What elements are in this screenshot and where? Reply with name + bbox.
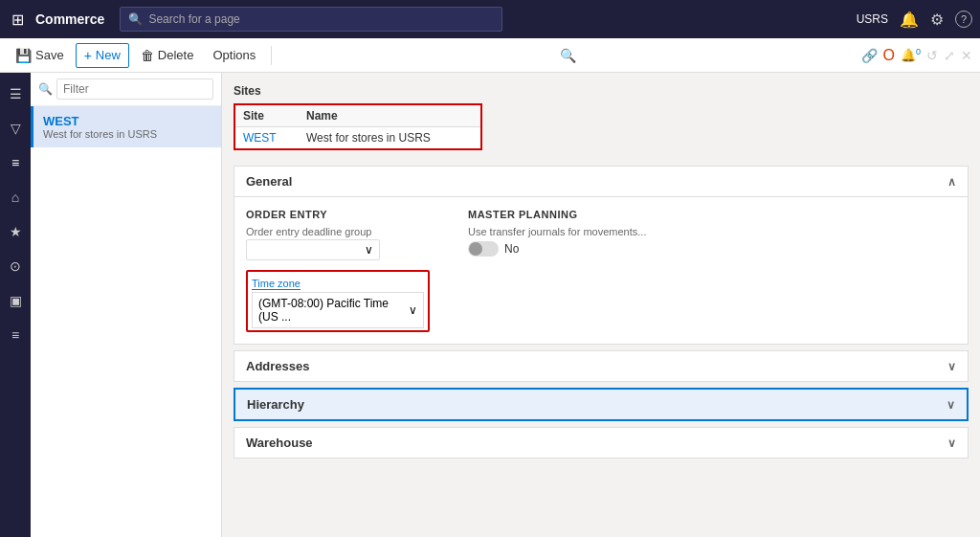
sidebar-icon-clock[interactable]: ⊙: [2, 253, 29, 280]
warehouse-section: Warehouse ∨: [234, 427, 969, 459]
sidebar-icon-grid[interactable]: ▣: [2, 287, 29, 314]
toggle-knob: [469, 242, 482, 256]
hierarchy-section-header[interactable]: Hierarchy ∨: [235, 390, 967, 419]
sidebar-icon-menu[interactable]: ☰: [2, 80, 29, 107]
deadline-dropdown[interactable]: ∨: [246, 239, 380, 260]
filter-icon: 🔍: [38, 82, 53, 96]
help-icon[interactable]: ?: [955, 11, 972, 28]
sites-section-label: Sites: [234, 84, 969, 98]
hierarchy-chevron-down-icon: ∨: [947, 398, 955, 412]
list-item-subtitle: West for stores in USRS: [43, 128, 212, 140]
addresses-section-header[interactable]: Addresses ∨: [234, 351, 968, 381]
toolbar: 💾 Save + New 🗑 Delete Options 🔍 🔗 O 🔔0 ↺…: [0, 38, 980, 73]
addresses-title: Addresses: [246, 359, 309, 373]
sidebar-icon-filter[interactable]: ▽: [2, 115, 29, 142]
transfer-label: Use transfer journals for movements...: [468, 226, 646, 237]
cell-name: West for stores in USRS: [299, 127, 480, 149]
hierarchy-section: Hierarchy ∨: [234, 388, 969, 421]
transfer-toggle-wrapper: No: [468, 241, 646, 257]
grid-icon[interactable]: ⊞: [8, 7, 28, 33]
content-area: Sites Site Name WEST West for stores in …: [222, 73, 980, 537]
sites-table: Site Name WEST West for stores in USRS: [235, 105, 480, 148]
app-title: Commerce: [35, 11, 104, 27]
list-item-title: WEST: [43, 114, 212, 128]
col-name: Name: [299, 105, 480, 127]
close-icon[interactable]: ✕: [961, 48, 972, 63]
sidebar-icon-list[interactable]: ≡: [2, 149, 29, 176]
sidebar-icon-home[interactable]: ⌂: [2, 184, 29, 211]
user-label: USRS: [857, 12, 888, 26]
deadline-label: Order entry deadline group: [246, 226, 430, 237]
order-entry-subsection: ORDER ENTRY Order entry deadline group ∨…: [246, 209, 430, 332]
col-site: Site: [235, 105, 299, 127]
master-planning-subsection: MASTER PLANNING Use transfer journals fo…: [468, 209, 646, 332]
general-section-title: General: [246, 174, 292, 189]
plus-icon: +: [84, 48, 92, 63]
warehouse-chevron-down-icon: ∨: [947, 436, 956, 450]
notification-count[interactable]: 🔔0: [901, 47, 921, 62]
list-panel: 🔍 WEST West for stores in USRS: [31, 73, 222, 537]
timezone-chevron-icon: ∨: [409, 303, 417, 317]
delete-button[interactable]: 🗑 Delete: [133, 44, 202, 67]
list-item[interactable]: WEST West for stores in USRS: [31, 106, 221, 147]
sidebar-icon-lines[interactable]: ≡: [2, 322, 29, 348]
general-section-content: ORDER ENTRY Order entry deadline group ∨…: [234, 197, 968, 344]
warehouse-section-header[interactable]: Warehouse ∨: [234, 428, 968, 458]
toggle-state-label: No: [504, 242, 519, 256]
save-icon: 💾: [15, 48, 32, 63]
timezone-wrapper: Time zone (GMT-08:00) Pacific Time (US .…: [246, 270, 430, 332]
link-icon[interactable]: 🔗: [861, 48, 878, 63]
refresh-icon[interactable]: ↺: [926, 48, 938, 63]
toolbar-search-icon[interactable]: 🔍: [560, 48, 576, 63]
transfer-toggle[interactable]: [468, 241, 499, 257]
hierarchy-title: Hierarchy: [247, 397, 304, 412]
new-button[interactable]: + New: [76, 43, 129, 68]
expand-icon[interactable]: ⤢: [944, 48, 955, 63]
office-icon[interactable]: O: [883, 47, 895, 64]
options-button[interactable]: Options: [205, 44, 263, 66]
master-planning-title: MASTER PLANNING: [468, 209, 646, 220]
table-row[interactable]: WEST West for stores in USRS: [235, 127, 480, 149]
timezone-label: Time zone: [252, 278, 301, 290]
top-nav-right: USRS 🔔 ⚙ ?: [857, 11, 972, 29]
subsections: ORDER ENTRY Order entry deadline group ∨…: [246, 209, 956, 332]
sites-table-wrapper: Site Name WEST West for stores in USRS: [234, 103, 482, 150]
search-icon: 🔍: [128, 12, 143, 26]
top-nav: ⊞ Commerce 🔍 Search for a page USRS 🔔 ⚙ …: [0, 0, 980, 38]
order-entry-title: ORDER ENTRY: [246, 209, 430, 220]
global-search[interactable]: 🔍 Search for a page: [120, 7, 502, 32]
filter-input[interactable]: [56, 78, 213, 100]
deadline-chevron-icon: ∨: [365, 243, 373, 257]
toolbar-separator: [271, 46, 272, 65]
cell-site: WEST: [235, 127, 299, 149]
sidebar-icon-star[interactable]: ★: [2, 218, 29, 245]
bell-icon[interactable]: 🔔: [900, 11, 919, 29]
sidebar-icons: ☰ ▽ ≡ ⌂ ★ ⊙ ▣ ≡: [0, 73, 31, 537]
general-section: General ∧ ORDER ENTRY Order entry deadli…: [234, 166, 969, 345]
save-button[interactable]: 💾 Save: [8, 44, 72, 67]
general-chevron-up-icon: ∧: [947, 175, 956, 189]
delete-icon: 🗑: [141, 48, 154, 63]
addresses-chevron-down-icon: ∨: [947, 360, 956, 373]
warehouse-title: Warehouse: [246, 436, 313, 450]
search-placeholder: Search for a page: [148, 12, 239, 26]
addresses-section: Addresses ∨: [234, 350, 969, 382]
timezone-value: (GMT-08:00) Pacific Time (US ...: [258, 297, 409, 324]
list-filter-bar: 🔍: [31, 73, 221, 106]
window-controls: 🔗 O 🔔0 ↺ ⤢ ✕: [861, 47, 972, 64]
timezone-dropdown[interactable]: (GMT-08:00) Pacific Time (US ... ∨: [252, 292, 424, 328]
general-section-header[interactable]: General ∧: [234, 167, 968, 197]
settings-icon[interactable]: ⚙: [930, 11, 944, 29]
main-layout: ☰ ▽ ≡ ⌂ ★ ⊙ ▣ ≡ 🔍 WEST West for stores i…: [0, 73, 980, 537]
